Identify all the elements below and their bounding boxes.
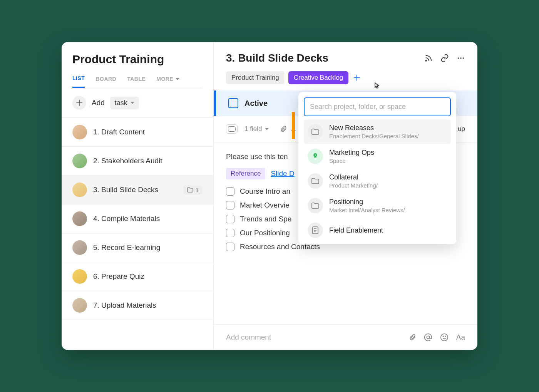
doc-icon bbox=[308, 223, 323, 238]
task-item[interactable]: 7. Upload Materials bbox=[62, 291, 213, 320]
main-header: 3. Build Slide Decks Product Training Cr… bbox=[214, 42, 477, 90]
chevron-down-icon bbox=[131, 102, 134, 104]
dropdown-item[interactable]: New Releases Enablement Decks/General Sl… bbox=[304, 119, 451, 144]
task-name: 6. Prepare Quiz bbox=[93, 272, 203, 281]
comment-bar[interactable]: Add comment Aa bbox=[214, 324, 477, 350]
task-item[interactable]: 2. Stakeholders Audit bbox=[62, 147, 213, 176]
link-icon[interactable] bbox=[440, 54, 449, 62]
task-name: 4. Compile Materials bbox=[93, 214, 203, 223]
add-task-row[interactable]: Add task bbox=[62, 88, 213, 118]
attachment-icon[interactable] bbox=[280, 125, 287, 133]
svg-point-2 bbox=[460, 57, 462, 59]
dropdown-item-sub: Market Intel/Analyst Reviews/ bbox=[329, 207, 405, 213]
location-dropdown: New Releases Enablement Decks/General Sl… bbox=[298, 92, 456, 244]
dropdown-item-title: Marketing Ops bbox=[329, 149, 374, 157]
emoji-icon[interactable] bbox=[440, 333, 449, 342]
folder-icon bbox=[308, 173, 323, 189]
svg-point-5 bbox=[441, 334, 448, 341]
avatar bbox=[72, 269, 87, 284]
dropdown-item-sub: Space bbox=[329, 157, 374, 164]
check-label: Trends and Spe bbox=[240, 215, 292, 223]
status-checkbox[interactable] bbox=[228, 98, 238, 108]
check-label: Course Intro an bbox=[240, 187, 290, 196]
task-name: 1. Draft Content bbox=[93, 128, 203, 136]
task-item[interactable]: 4. Compile Materials bbox=[62, 204, 213, 233]
task-type-label: task bbox=[115, 99, 127, 107]
svg-point-4 bbox=[427, 336, 429, 338]
text-format-icon[interactable]: Aa bbox=[456, 333, 465, 342]
field-count[interactable]: 1 field bbox=[244, 125, 262, 133]
field-icon bbox=[228, 126, 236, 132]
task-name: 3. Build Slide Decks bbox=[93, 186, 177, 194]
svg-point-3 bbox=[463, 57, 464, 59]
svg-point-6 bbox=[443, 336, 444, 337]
tag-row: Product Training Creative Backlog bbox=[226, 71, 465, 84]
folder-icon bbox=[308, 124, 323, 139]
tag-backlog[interactable]: Creative Backlog bbox=[288, 71, 349, 84]
checkbox[interactable] bbox=[226, 201, 234, 209]
orange-indicator bbox=[292, 112, 295, 139]
tab-board[interactable]: BOARD bbox=[95, 75, 116, 88]
mention-icon[interactable] bbox=[424, 333, 432, 342]
checkbox[interactable] bbox=[226, 215, 234, 223]
rocket-icon bbox=[308, 149, 323, 164]
task-type-selector[interactable]: task bbox=[110, 97, 139, 109]
search-input[interactable] bbox=[304, 97, 451, 116]
dropdown-item-title: Collateral bbox=[329, 173, 378, 181]
reference-pill: Reference bbox=[226, 168, 265, 179]
status-label: Active bbox=[244, 99, 268, 108]
task-item[interactable]: 5. Record E-learning bbox=[62, 233, 213, 262]
check-label: Our Positioning bbox=[240, 229, 290, 237]
dropdown-item[interactable]: Marketing Ops Space bbox=[304, 144, 451, 169]
header-actions bbox=[424, 54, 465, 62]
main-panel: 3. Build Slide Decks Product Training Cr… bbox=[214, 42, 477, 350]
dropdown-item[interactable]: Field Enablement bbox=[304, 218, 451, 239]
tag-project[interactable]: Product Training bbox=[226, 71, 285, 84]
app-window: Product Training LIST BOARD TABLE MORE A… bbox=[62, 42, 477, 350]
comment-placeholder[interactable]: Add comment bbox=[226, 333, 271, 342]
view-tabs: LIST BOARD TABLE MORE bbox=[72, 75, 203, 88]
rss-icon[interactable] bbox=[424, 54, 433, 62]
avatar bbox=[72, 154, 87, 168]
plus-icon[interactable] bbox=[72, 96, 86, 110]
add-label: Add bbox=[92, 99, 105, 107]
svg-point-1 bbox=[458, 57, 459, 59]
dropdown-item[interactable]: Collateral Product Marketing/ bbox=[304, 169, 451, 193]
project-title: Product Training bbox=[72, 53, 203, 66]
more-icon[interactable] bbox=[457, 54, 465, 62]
task-title: 3. Build Slide Decks bbox=[226, 52, 328, 64]
svg-point-8 bbox=[315, 154, 316, 156]
avatar bbox=[72, 125, 87, 139]
folder-icon bbox=[308, 198, 323, 213]
avatar bbox=[72, 298, 87, 313]
task-item-selected[interactable]: 3. Build Slide Decks 1 bbox=[62, 176, 213, 204]
chevron-down-icon bbox=[176, 78, 179, 80]
add-tag-button[interactable] bbox=[354, 75, 360, 81]
chevron-down-icon bbox=[265, 128, 269, 130]
task-name: 7. Upload Materials bbox=[93, 301, 203, 310]
task-item[interactable]: 6. Prepare Quiz bbox=[62, 262, 213, 291]
reference-link[interactable]: Slide D bbox=[271, 169, 294, 178]
tab-list[interactable]: LIST bbox=[72, 75, 85, 88]
task-name: 5. Record E-learning bbox=[93, 243, 203, 252]
checkbox[interactable] bbox=[226, 243, 234, 251]
tab-more-label: MORE bbox=[156, 76, 173, 82]
dropdown-item[interactable]: Positioning Market Intel/Analyst Reviews… bbox=[304, 193, 451, 218]
folder-count: 1 bbox=[196, 187, 199, 193]
checkbox[interactable] bbox=[226, 187, 234, 196]
dropdown-item-title: New Releases bbox=[329, 124, 419, 132]
avatar bbox=[72, 240, 87, 255]
check-label: Market Overvie bbox=[240, 201, 290, 209]
dropdown-item-sub: Enablement Decks/General Slides/ bbox=[329, 133, 419, 139]
checkbox[interactable] bbox=[226, 229, 234, 237]
folder-badge: 1 bbox=[183, 185, 203, 195]
tab-more[interactable]: MORE bbox=[156, 75, 179, 88]
dropdown-item-title: Field Enablement bbox=[329, 226, 383, 235]
dropdown-item-title: Positioning bbox=[329, 198, 405, 206]
tab-table[interactable]: TABLE bbox=[127, 75, 146, 88]
attachment-icon[interactable] bbox=[408, 333, 416, 342]
avatar bbox=[72, 183, 87, 197]
field-badge[interactable] bbox=[226, 124, 238, 134]
comment-actions: Aa bbox=[408, 333, 465, 342]
task-item[interactable]: 1. Draft Content bbox=[62, 118, 213, 147]
